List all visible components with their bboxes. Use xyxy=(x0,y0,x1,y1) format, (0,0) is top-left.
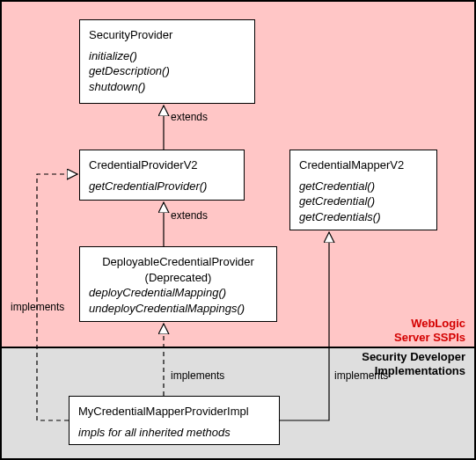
class-credential-mapper-v2: CredentialMapperV2 getCredential() getCr… xyxy=(289,150,437,230)
class-security-provider: SecurityProvider initialize() getDescrip… xyxy=(79,19,255,104)
class-method: getCredential() xyxy=(299,193,428,209)
class-subtitle: (Deprecated) xyxy=(89,270,267,286)
class-my-credential-mapper-provider-impl: MyCredentialMapperProviderImpl impls for… xyxy=(69,396,280,445)
class-method: getCredentialProvider() xyxy=(89,179,235,194)
class-method: getCredentials() xyxy=(299,209,428,225)
class-method: getCredential() xyxy=(299,179,428,194)
class-title: SecurityProvider xyxy=(89,27,245,43)
class-title: DeployableCredentialProvider xyxy=(89,254,267,270)
region-label-top: WebLogic Server SSPIs xyxy=(394,317,465,344)
diagram-canvas: SecurityProvider initialize() getDescrip… xyxy=(0,0,476,460)
edge-label-extends: extends xyxy=(171,111,208,123)
class-note: impls for all inherited methods xyxy=(78,425,270,441)
edge-label-implements: implements xyxy=(171,369,224,382)
class-title: CredentialProviderV2 xyxy=(89,157,235,173)
label-line: Security Developer xyxy=(362,350,465,364)
class-credential-provider-v2: CredentialProviderV2 getCredentialProvid… xyxy=(79,150,245,201)
class-method: getDescription() xyxy=(89,63,245,79)
edge-label-implements: implements xyxy=(11,301,64,313)
edge-label-extends: extends xyxy=(171,209,208,222)
class-title: CredentialMapperV2 xyxy=(299,157,428,173)
label-line: Server SSPIs xyxy=(394,331,465,345)
class-deployable-credential-provider: DeployableCredentialProvider (Deprecated… xyxy=(79,246,277,322)
edge-label-implements: implements xyxy=(334,369,388,382)
class-method: shutdown() xyxy=(89,79,245,95)
label-line: WebLogic xyxy=(394,317,465,331)
class-method: deployCredentialMapping() xyxy=(89,285,267,301)
class-method: initialize() xyxy=(89,48,245,64)
class-method: undeployCredentialMappings() xyxy=(89,301,267,317)
class-title: MyCredentialMapperProviderImpl xyxy=(78,404,270,420)
region-divider xyxy=(2,347,474,348)
